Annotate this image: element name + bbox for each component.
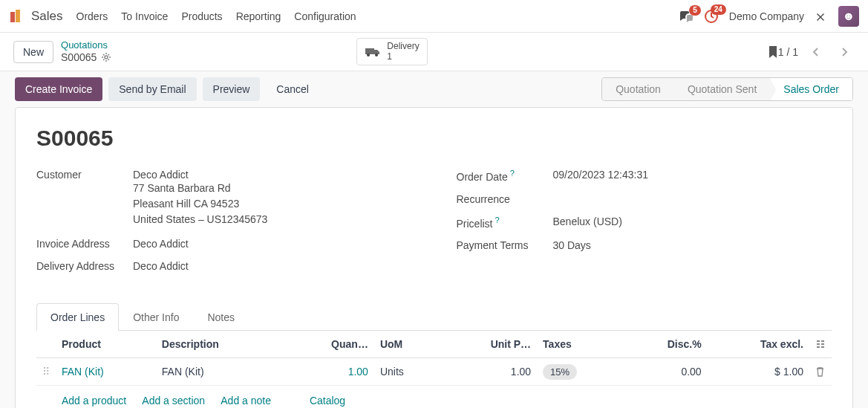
cancel-button[interactable]: Cancel: [266, 77, 319, 101]
delivery-address-value[interactable]: Deco Addict: [133, 260, 189, 272]
app-logo-icon[interactable]: [9, 9, 24, 24]
cell-quantity[interactable]: 1.00: [284, 358, 374, 386]
col-unit-price[interactable]: Unit P…: [440, 331, 537, 358]
svg-rect-0: [10, 12, 15, 22]
bookmark-icon[interactable]: [768, 45, 778, 59]
col-disc[interactable]: Disc.%: [622, 331, 708, 358]
menu-products[interactable]: Products: [181, 10, 222, 22]
status-sales-order[interactable]: Sales Order: [770, 78, 852, 100]
order-lines-table: Product Description Quan… UoM Unit P… Ta…: [36, 331, 832, 408]
tabs: Order Lines Other Info Notes: [36, 303, 832, 331]
customer-label: Customer: [36, 169, 133, 227]
pager-next-button[interactable]: [834, 42, 855, 62]
send-email-button[interactable]: Send by Email: [108, 77, 196, 101]
delete-row-icon[interactable]: [809, 358, 832, 386]
customer-link[interactable]: Deco Addict: [133, 169, 189, 181]
help-icon[interactable]: ?: [495, 216, 500, 224]
menu-configuration[interactable]: Configuration: [294, 10, 356, 22]
help-icon[interactable]: ?: [510, 169, 515, 178]
cell-description[interactable]: FAN (Kit): [156, 358, 284, 386]
order-date-label: Order Date?: [457, 169, 553, 183]
optional-columns-icon[interactable]: [809, 331, 832, 358]
pager-prev-button[interactable]: [806, 42, 826, 62]
cell-uom[interactable]: Units: [374, 358, 440, 386]
svg-rect-1: [16, 10, 20, 22]
delivery-stat-button[interactable]: Delivery 1: [356, 38, 427, 65]
cell-unit-price[interactable]: 1.00: [440, 358, 537, 386]
pager-text[interactable]: 1 / 1: [778, 46, 798, 58]
add-note-link[interactable]: Add a note: [221, 395, 271, 407]
tab-order-lines[interactable]: Order Lines: [36, 303, 119, 331]
truck-icon: [365, 46, 381, 58]
cell-disc[interactable]: 0.00: [622, 358, 708, 386]
menu-to-invoice[interactable]: To Invoice: [121, 10, 168, 22]
preview-button[interactable]: Preview: [203, 77, 261, 101]
app-name[interactable]: Sales: [31, 9, 63, 24]
svg-point-4: [105, 56, 108, 59]
tab-other-info[interactable]: Other Info: [119, 303, 193, 331]
col-tax-excl[interactable]: Tax excl.: [708, 331, 809, 358]
cell-taxes[interactable]: 15%: [537, 358, 622, 386]
cell-tax-excl: $ 1.00: [708, 358, 809, 386]
status-quotation[interactable]: Quotation: [602, 78, 674, 100]
breadcrumb-bar: New Quotations S00065 Delivery 1 1 / 1: [0, 33, 868, 71]
create-invoice-button[interactable]: Create Invoice: [15, 77, 102, 101]
customer-addr-2: Pleasant Hill CA 94523: [133, 196, 267, 212]
chat-icon[interactable]: 5: [679, 10, 694, 23]
debug-icon[interactable]: [815, 10, 828, 23]
top-nav: Sales Orders To Invoice Products Reporti…: [0, 0, 868, 33]
customer-addr-1: 77 Santa Barbara Rd: [133, 181, 267, 196]
stat-value: 1: [387, 52, 419, 62]
menu-reporting[interactable]: Reporting: [236, 10, 281, 22]
invoice-address-value[interactable]: Deco Addict: [133, 238, 189, 250]
order-name: S00065: [36, 126, 832, 151]
action-bar: Create Invoice Send by Email Preview Can…: [0, 71, 868, 107]
menu-orders[interactable]: Orders: [76, 10, 108, 22]
new-button[interactable]: New: [13, 41, 53, 63]
breadcrumb: Quotations S00065: [61, 39, 111, 63]
recurrence-label: Recurrence: [457, 193, 553, 205]
tab-notes[interactable]: Notes: [193, 303, 249, 331]
col-description[interactable]: Description: [156, 331, 284, 358]
table-row[interactable]: ⠿ FAN (Kit) FAN (Kit) 1.00 Units 1.00 15…: [36, 358, 832, 386]
customer-addr-3: United States – US12345673: [133, 212, 267, 227]
col-uom[interactable]: UoM: [374, 331, 440, 358]
pricelist-label: Pricelist?: [457, 216, 553, 230]
form-sheet: S00065 Customer Deco Addict 77 Santa Bar…: [15, 107, 853, 408]
col-product[interactable]: Product: [56, 331, 156, 358]
company-selector[interactable]: Demo Company: [729, 10, 804, 22]
svg-point-7: [375, 54, 378, 56]
payment-terms-label: Payment Terms: [457, 239, 553, 251]
pricelist-value[interactable]: Benelux (USD): [553, 216, 622, 230]
order-date-value[interactable]: 09/20/2023 12:43:31: [553, 169, 648, 183]
pager: 1 / 1: [778, 42, 855, 62]
invoice-address-label: Invoice Address: [36, 238, 133, 250]
catalog-link[interactable]: Catalog: [310, 395, 345, 407]
activity-badge: 24: [711, 4, 726, 15]
svg-rect-5: [365, 48, 374, 54]
activity-icon[interactable]: 24: [704, 9, 719, 24]
stat-label: Delivery: [387, 42, 419, 51]
add-product-link[interactable]: Add a product: [62, 395, 126, 407]
add-section-link[interactable]: Add a section: [142, 395, 205, 407]
breadcrumb-parent[interactable]: Quotations: [61, 39, 111, 51]
cell-product[interactable]: FAN (Kit): [56, 358, 156, 386]
user-avatar[interactable]: ☻: [838, 6, 859, 27]
gear-icon[interactable]: [101, 52, 111, 62]
status-quotation-sent[interactable]: Quotation Sent: [674, 78, 770, 100]
chat-badge: 5: [689, 5, 701, 16]
drag-handle-icon[interactable]: ⠿: [36, 358, 56, 386]
svg-point-6: [367, 54, 370, 56]
breadcrumb-current: S00065: [61, 51, 97, 64]
col-quantity[interactable]: Quan…: [284, 331, 374, 358]
delivery-address-label: Delivery Address: [36, 260, 133, 272]
payment-terms-value[interactable]: 30 Days: [553, 239, 591, 251]
status-bar: Quotation Quotation Sent Sales Order: [601, 77, 853, 101]
col-taxes[interactable]: Taxes: [537, 331, 622, 358]
